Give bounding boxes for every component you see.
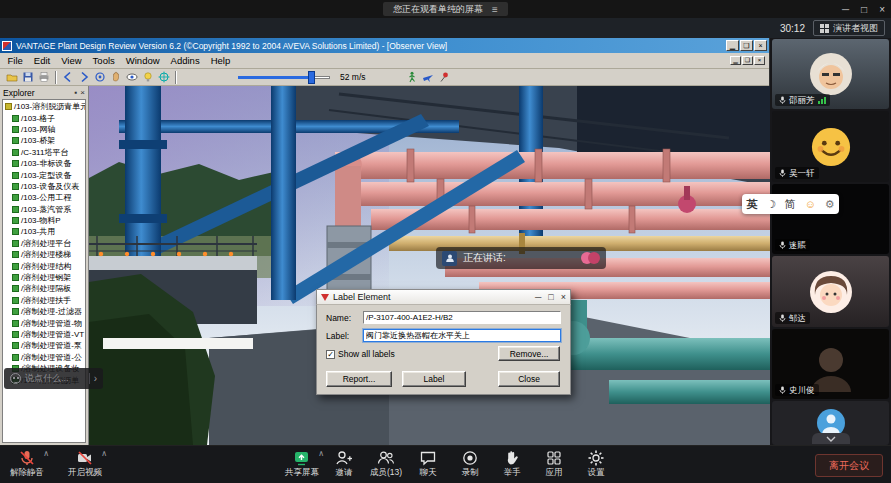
save-icon[interactable] xyxy=(20,70,36,85)
light-icon[interactable] xyxy=(140,70,156,85)
tree-item[interactable]: /103-非标设备 xyxy=(4,158,85,169)
speaker-view-button[interactable]: 演讲者视图 xyxy=(813,20,885,36)
close-panel-icon[interactable]: × xyxy=(80,88,85,97)
close-icon[interactable]: × xyxy=(879,4,885,15)
menu-edit[interactable]: Edit xyxy=(28,55,55,66)
tree-item[interactable]: /溶制处理管道-公 xyxy=(4,352,85,363)
members-button[interactable]: 成员(13) xyxy=(365,449,407,479)
menu-file[interactable]: File xyxy=(2,55,28,66)
chat-quick-input[interactable]: 说点什么... › xyxy=(4,368,103,389)
pin-icon[interactable] xyxy=(436,70,452,85)
chevron-up-icon[interactable]: ∧ xyxy=(101,450,107,458)
show-all-labels-checkbox[interactable]: ✓ Show all labels xyxy=(326,349,395,359)
app-title-bar[interactable]: VANTAGE Plant Design Review Version 6.2 … xyxy=(0,38,769,53)
ime-settings-icon[interactable]: ⚙ xyxy=(825,198,835,211)
tree-item[interactable]: /103-公用工程 xyxy=(4,192,85,203)
emoji-icon[interactable] xyxy=(10,373,21,384)
settings-button[interactable]: 设置 xyxy=(575,449,617,479)
child-close-icon[interactable]: × xyxy=(754,56,765,65)
chevron-up-icon[interactable]: ∧ xyxy=(43,450,49,458)
ime-language-toggle[interactable]: 英 xyxy=(746,197,757,212)
tree-item[interactable]: /C-311塔平台 xyxy=(4,147,85,158)
leave-meeting-button[interactable]: 离开会议 xyxy=(815,454,883,477)
walk-mode-icon[interactable] xyxy=(404,70,420,85)
participant-tile[interactable]: 史川俊 xyxy=(772,329,889,399)
tree-item[interactable]: /溶剂处理隔板 xyxy=(4,283,85,294)
menu-help[interactable]: Help xyxy=(205,55,236,66)
participant-tile[interactable]: 邵丽芳 xyxy=(772,39,889,109)
dialog-close-icon[interactable]: × xyxy=(561,292,566,302)
maximize-icon[interactable]: □ xyxy=(861,4,867,15)
pan-hand-icon[interactable] xyxy=(108,70,124,85)
participant-tile[interactable]: 邹达 xyxy=(772,256,889,326)
tree-item[interactable]: /103-格子 xyxy=(4,112,85,123)
minimize-icon[interactable]: ─ xyxy=(842,4,849,15)
raise-hand-button[interactable]: 举手 xyxy=(491,449,533,479)
open-icon[interactable] xyxy=(4,70,20,85)
forward-icon[interactable] xyxy=(76,70,92,85)
app-minimize-icon[interactable]: ▁ xyxy=(726,40,739,51)
print-icon[interactable] xyxy=(36,70,52,85)
tree-item[interactable]: /103-定型设备 xyxy=(4,169,85,180)
invite-button[interactable]: 邀请 xyxy=(323,449,365,479)
menu-addins[interactable]: Addins xyxy=(165,55,205,66)
dialog-minimize-icon[interactable]: ─ xyxy=(535,292,541,302)
unmute-button[interactable]: ∧ 解除静音 xyxy=(6,449,48,479)
banner-menu-icon[interactable]: ≡ xyxy=(492,4,498,15)
chat-expand-icon[interactable]: › xyxy=(89,373,97,384)
checkbox-icon[interactable]: ✓ xyxy=(326,350,335,359)
tree-item[interactable]: /103-蒸汽管系 xyxy=(4,204,85,215)
tree-item[interactable]: /103-溶剂脱沥青单元 xyxy=(4,101,85,112)
app-close-icon[interactable]: × xyxy=(754,40,767,51)
tree-item[interactable]: /103-物料P xyxy=(4,215,85,226)
tree-item[interactable]: /103-共用 xyxy=(4,226,85,237)
tree-item[interactable]: /溶制处理-过滤器 xyxy=(4,306,85,317)
app-restore-icon[interactable]: ❏ xyxy=(740,40,753,51)
participant-tile[interactable] xyxy=(772,401,889,445)
slider-thumb[interactable] xyxy=(308,71,315,84)
tree-item[interactable]: /溶剂处理平台 xyxy=(4,238,85,249)
tree-item[interactable]: /溶剂处理楼梯 xyxy=(4,249,85,260)
tree-item[interactable]: /溶制处理管道-物 xyxy=(4,317,85,328)
tree-item[interactable]: /103-设备及仪表 xyxy=(4,181,85,192)
apps-button[interactable]: 应用 xyxy=(533,449,575,479)
remove-button[interactable]: Remove... xyxy=(498,346,560,361)
chat-button[interactable]: 聊天 xyxy=(407,449,449,479)
speed-slider[interactable] xyxy=(238,71,330,84)
share-screen-button[interactable]: ∧ 共享屏幕 xyxy=(281,449,323,479)
dialog-maximize-icon[interactable]: □ xyxy=(548,292,553,302)
target-icon[interactable] xyxy=(156,70,172,85)
toolbar-separator xyxy=(55,71,57,84)
tree-item[interactable]: /103-桥架 xyxy=(4,135,85,146)
ime-simplified-toggle[interactable]: 简 xyxy=(785,197,796,212)
close-button[interactable]: Close xyxy=(498,371,560,387)
menu-window[interactable]: Window xyxy=(120,55,165,66)
ime-halfwidth-icon[interactable]: ☽ xyxy=(766,198,776,211)
ime-emoji-icon[interactable]: ☺ xyxy=(805,198,816,210)
tree-item[interactable]: /溶制处理管道-泵 xyxy=(4,340,85,351)
report-button[interactable]: Report... xyxy=(326,371,392,387)
tree-item[interactable]: /103-网轴 xyxy=(4,124,85,135)
name-field[interactable] xyxy=(363,311,561,324)
menu-view[interactable]: View xyxy=(56,55,87,66)
child-restore-icon[interactable]: ❏ xyxy=(742,56,753,65)
label-field[interactable] xyxy=(363,329,561,342)
start-video-button[interactable]: ∧ 开启视频 xyxy=(64,449,106,479)
menu-tools[interactable]: Tools xyxy=(87,55,120,66)
back-icon[interactable] xyxy=(60,70,76,85)
orbit-icon[interactable] xyxy=(92,70,108,85)
collapse-sidebar-button[interactable] xyxy=(812,433,850,444)
child-minimize-icon[interactable]: ▁ xyxy=(730,56,741,65)
tree-item[interactable]: /溶制处理管道-VT xyxy=(4,329,85,340)
dialog-title-bar[interactable]: Label Element ─ □ × xyxy=(316,289,571,305)
tree-item[interactable]: /溶剂处理钢架 xyxy=(4,272,85,283)
participant-tile[interactable]: 吴一轩 xyxy=(772,111,889,181)
label-button[interactable]: Label xyxy=(402,371,466,387)
eye-icon[interactable] xyxy=(124,70,140,85)
tree-item[interactable]: /溶剂处理结构 xyxy=(4,260,85,271)
record-button[interactable]: 录制 xyxy=(449,449,491,479)
tree-item[interactable]: /溶剂处理扶手 xyxy=(4,295,85,306)
app-toolbar: 52 m/s xyxy=(0,69,769,86)
pin-icon[interactable]: ▪ xyxy=(74,88,77,97)
fly-mode-icon[interactable] xyxy=(420,70,436,85)
